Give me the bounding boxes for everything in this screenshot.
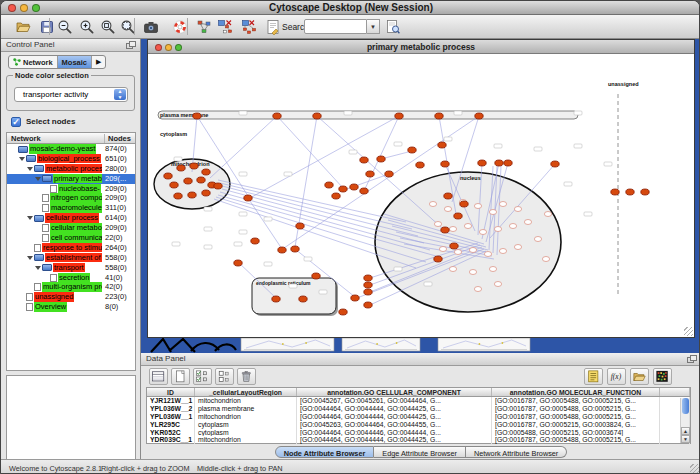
- graph-node-outlined[interactable]: [469, 270, 476, 275]
- tree-row-primary-metabo[interactable]: primary metabo209(...: [7, 174, 135, 184]
- graph-node[interactable]: [299, 296, 307, 302]
- graph-edge[interactable]: [317, 116, 442, 228]
- select-nodes-checkbox[interactable]: [11, 117, 21, 127]
- graph-node[interactable]: [395, 113, 403, 119]
- graph-node-outlined[interactable]: [429, 202, 436, 207]
- graph-node-outlined[interactable]: [494, 227, 501, 232]
- tab-mosaic[interactable]: Mosaic: [58, 56, 92, 68]
- graph-node-outlined[interactable]: [544, 212, 551, 217]
- tree-row-cellular-metabo[interactable]: cellular metabo209(0): [7, 223, 135, 233]
- graph-node[interactable]: [234, 260, 242, 266]
- graph-node-outlined[interactable]: [434, 222, 441, 227]
- graph-node-outlined[interactable]: [469, 248, 476, 253]
- table-row-yjr121w__1[interactable]: YJR121W__1mitochondrion[GO:0045267, GO:0…: [147, 397, 690, 405]
- graph-node[interactable]: [197, 177, 205, 183]
- attr-select-button[interactable]: [193, 368, 212, 385]
- window-resize-grip[interactable]: [690, 464, 700, 474]
- graph-node-outlined[interactable]: [474, 204, 481, 209]
- attr-matrix-button[interactable]: [653, 368, 672, 385]
- tree-row-unassigned[interactable]: unassigned223(0): [7, 292, 135, 302]
- network-view-window[interactable]: primary metabolic process plasma membran…: [147, 39, 695, 338]
- node-color-dropdown[interactable]: transporter activity ▲▼: [14, 87, 128, 102]
- column-header-blank[interactable]: [660, 388, 690, 396]
- graph-node[interactable]: [193, 113, 201, 119]
- graph-node-outlined[interactable]: [514, 207, 521, 212]
- network-window-titlebar[interactable]: primary metabolic process: [148, 40, 694, 54]
- graph-node-outlined[interactable]: [489, 210, 496, 215]
- zoom-out-button[interactable]: [56, 17, 76, 37]
- graph-node[interactable]: [435, 113, 443, 119]
- table-row-ypl036w__1[interactable]: YPL036W__1mitochondrion[GO:0044464, GO:0…: [147, 413, 690, 421]
- annotation-button[interactable]: [264, 17, 284, 37]
- expand-arrow-icon[interactable]: [27, 216, 33, 220]
- graph-node[interactable]: [332, 193, 340, 199]
- float-panel-icon[interactable]: [687, 355, 697, 364]
- background-window-thumbnail[interactable]: [241, 338, 334, 351]
- graph-node[interactable]: [611, 189, 619, 195]
- column-header-annotation-go-molecular-function[interactable]: annotation.GO MOLECULAR_FUNCTION: [492, 388, 660, 396]
- graph-node[interactable]: [251, 238, 259, 244]
- graph-node[interactable]: [377, 156, 385, 162]
- search-input[interactable]: [304, 19, 367, 34]
- graph-node[interactable]: [478, 160, 486, 166]
- column-header-id[interactable]: ID: [147, 388, 195, 396]
- graph-node[interactable]: [626, 189, 634, 195]
- expand-arrow-icon[interactable]: [27, 167, 33, 171]
- graph-node[interactable]: [339, 186, 347, 192]
- graph-edge[interactable]: [210, 116, 277, 178]
- graph-node[interactable]: [460, 201, 468, 207]
- snapshot-button[interactable]: [142, 17, 162, 37]
- scroll-up-icon[interactable]: ▲: [681, 427, 690, 435]
- column-header--cellularlayoutregion[interactable]: _cellularLayoutRegion: [195, 388, 297, 396]
- graph-node[interactable]: [364, 282, 372, 288]
- graph-node[interactable]: [434, 256, 442, 262]
- graph-node[interactable]: [244, 195, 252, 201]
- modify-network-button[interactable]: [216, 17, 236, 37]
- background-windows[interactable]: [141, 338, 700, 353]
- expand-arrow-icon[interactable]: [19, 157, 25, 161]
- fx-button[interactable]: f(x): [607, 368, 626, 385]
- graph-node-outlined[interactable]: [484, 252, 491, 257]
- tree-row-response-to-stimulu[interactable]: response to stimulu264(0): [7, 243, 135, 253]
- attr-delete-button[interactable]: [237, 368, 256, 385]
- graph-node[interactable]: [641, 189, 649, 195]
- tab-network-attribute-browser[interactable]: Network Attribute Browser: [466, 446, 567, 458]
- column-header-annotation-go-cellular-component[interactable]: annotation.GO CELLULAR_COMPONENT: [297, 388, 492, 396]
- graph-node[interactable]: [551, 161, 559, 167]
- graph-node-outlined[interactable]: [449, 227, 456, 232]
- zoom-in-button[interactable]: [78, 17, 98, 37]
- expand-arrow-icon[interactable]: [27, 256, 33, 260]
- attr-import-button[interactable]: [630, 368, 649, 385]
- graph-node[interactable]: [296, 223, 304, 229]
- tree-row-multi-organism-pro[interactable]: multi-organism pro42(0): [7, 282, 135, 292]
- graph-node[interactable]: [495, 160, 503, 166]
- tab-network[interactable]: Network: [9, 56, 58, 68]
- graph-node[interactable]: [441, 161, 449, 167]
- table-row-ykr052c[interactable]: YKR052Ccytoplasm[GO:0044464, GO:0044446,…: [147, 429, 690, 437]
- graph-node[interactable]: [454, 213, 462, 219]
- tree-row-cell-communicat[interactable]: cell communicat22(0): [7, 233, 135, 243]
- graph-node-outlined[interactable]: [449, 267, 456, 272]
- expand-arrow-icon[interactable]: [35, 266, 41, 270]
- graph-node-outlined[interactable]: [464, 224, 471, 229]
- graph-node-outlined[interactable]: [499, 202, 506, 207]
- graph-node[interactable]: [312, 273, 320, 279]
- tree-row-transport[interactable]: transport558(0): [7, 263, 135, 273]
- attribute-table-header[interactable]: ID_cellularLayoutRegionannotation.GO CEL…: [147, 388, 690, 397]
- graph-node[interactable]: [272, 296, 280, 302]
- network-canvas[interactable]: plasma membranecytoplasmmitochondrionnuc…: [148, 54, 694, 337]
- attribute-table[interactable]: ID_cellularLayoutRegionannotation.GO CEL…: [146, 387, 691, 444]
- tree-row-overview[interactable]: Overview8(0): [7, 302, 135, 312]
- scrollbar-thumb[interactable]: [682, 398, 689, 414]
- scroll-down-icon[interactable]: ▼: [681, 435, 690, 443]
- tab-overflow-button[interactable]: ▶: [92, 56, 105, 68]
- graph-node-outlined[interactable]: [499, 249, 506, 254]
- open-file-button[interactable]: [14, 17, 34, 37]
- graph-node-outlined[interactable]: [534, 237, 541, 242]
- background-window-thumbnail[interactable]: [342, 338, 420, 351]
- graph-node-outlined[interactable]: [494, 282, 501, 287]
- graph-node[interactable]: [364, 302, 372, 308]
- graph-node-outlined[interactable]: [439, 247, 446, 252]
- tree-row-secretion[interactable]: secretion41(0): [7, 273, 135, 283]
- graph-node[interactable]: [504, 160, 512, 166]
